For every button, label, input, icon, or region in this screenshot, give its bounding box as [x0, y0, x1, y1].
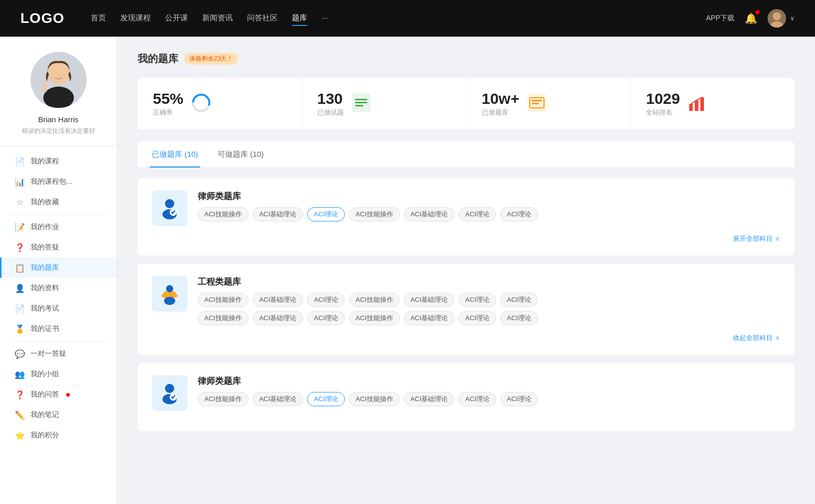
stat-rank: 1029 全站排名	[631, 78, 795, 129]
tab-available-banks[interactable]: 可做题库 (10)	[215, 142, 266, 167]
main-layout: Brian Harris 错误的决定比没有决定要好 📄 我的课程 📊 我的课程包…	[0, 37, 815, 504]
tag-2-2[interactable]: ACI理论	[307, 293, 345, 307]
tag-1-5[interactable]: ACI理论	[458, 207, 496, 221]
sidebar-item-notes[interactable]: ✏️ 我的笔记	[0, 405, 117, 425]
stat-done-banks: 10w+ 已做题库	[467, 78, 631, 129]
tag-1-1[interactable]: ACI基础理论	[253, 207, 304, 221]
tag-3-0[interactable]: ACI技能操作	[198, 392, 249, 406]
stat-accuracy: 55% 正确率	[138, 78, 302, 129]
1on1-icon: 💬	[15, 349, 24, 358]
profile-icon: 👤	[15, 284, 24, 293]
bank-info-3: 律师类题库 ACI技能操作 ACI基础理论 ACI理论 ACI技能操作 ACI基…	[198, 375, 780, 406]
tag-2-4[interactable]: ACI基础理论	[404, 293, 455, 307]
nav-more[interactable]: ···	[321, 11, 328, 26]
accuracy-chart-icon	[192, 93, 211, 115]
tab-done-banks[interactable]: 已做题库 (10)	[150, 142, 200, 167]
svg-point-4	[43, 87, 74, 108]
svg-point-25	[165, 384, 174, 393]
chevron-down-icon: ∨	[790, 15, 795, 22]
accuracy-label: 正确率	[153, 108, 173, 116]
bank-title-3: 律师类题库	[198, 375, 780, 387]
bank-tags-1: ACI技能操作 ACI基础理论 ACI理论 ACI技能操作 ACI基础理论 AC…	[198, 207, 780, 221]
tag-2-3[interactable]: ACI技能操作	[349, 293, 400, 307]
tag-2-5[interactable]: ACI理论	[458, 293, 496, 307]
done-b-label: 已做题库	[482, 108, 508, 116]
tag-2r2-2[interactable]: ACI理论	[307, 311, 345, 325]
tag-3-3[interactable]: ACI技能操作	[349, 392, 400, 406]
tag-2r2-6[interactable]: ACI理论	[500, 311, 538, 325]
nav-open-course[interactable]: 公开课	[165, 11, 188, 26]
tag-3-5[interactable]: ACI理论	[458, 392, 496, 406]
nav-discover[interactable]: 发现课程	[120, 11, 151, 26]
certificate-icon: 🏅	[15, 324, 24, 333]
sidebar-item-favorites[interactable]: ☆ 我的收藏	[0, 192, 117, 212]
stat-done-questions: 130 已做试题	[302, 78, 467, 129]
tag-1-0[interactable]: ACI技能操作	[198, 207, 249, 221]
bank-icon: 📋	[15, 263, 24, 272]
svg-rect-18	[700, 97, 704, 111]
notification-bell[interactable]: 🔔	[745, 12, 757, 24]
nav-home[interactable]: 首页	[91, 11, 106, 26]
tag-2-0[interactable]: ACI技能操作	[198, 293, 249, 307]
favorite-icon: ☆	[15, 198, 24, 207]
course-icon: 📄	[15, 157, 24, 166]
bank-tags-3: ACI技能操作 ACI基础理论 ACI理论 ACI技能操作 ACI基础理论 AC…	[198, 392, 780, 406]
sidebar: Brian Harris 错误的决定比没有决定要好 📄 我的课程 📊 我的课程包…	[0, 37, 117, 504]
user-avatar-menu[interactable]: ∨	[768, 9, 795, 27]
sidebar-item-certificate[interactable]: 🏅 我的证书	[0, 319, 117, 339]
bank-engineer-icon	[152, 276, 187, 312]
page-title: 我的题库	[138, 52, 178, 66]
sidebar-item-1on1-qa[interactable]: 💬 一对一答疑	[0, 344, 117, 364]
svg-point-23	[166, 285, 173, 292]
tag-1-6[interactable]: ACI理论	[500, 207, 538, 221]
homework-icon: 📝	[15, 222, 24, 232]
svg-point-19	[165, 199, 174, 208]
sidebar-item-my-course[interactable]: 📄 我的课程	[0, 151, 117, 172]
bank-card-3: 律师类题库 ACI技能操作 ACI基础理论 ACI理论 ACI技能操作 ACI基…	[138, 363, 795, 431]
logo[interactable]: LOGO	[20, 10, 64, 26]
sidebar-item-group[interactable]: 👥 我的小组	[0, 364, 117, 384]
nav-qa[interactable]: 问答社区	[247, 11, 278, 26]
sidebar-item-qa[interactable]: ❓ 我的答疑	[0, 237, 117, 258]
tag-3-6[interactable]: ACI理论	[500, 392, 538, 406]
expand-btn-1[interactable]: 展开全部科目 ∨	[152, 234, 780, 243]
tag-2-6[interactable]: ACI理论	[500, 293, 538, 307]
tag-1-4[interactable]: ACI基础理论	[404, 207, 455, 221]
app-download-btn[interactable]: APP下载	[706, 14, 735, 23]
bank-info-1: 律师类题库 ACI技能操作 ACI基础理论 ACI理论 ACI技能操作 ACI基…	[198, 190, 780, 221]
tag-2r2-5[interactable]: ACI理论	[458, 311, 496, 325]
svg-rect-17	[695, 100, 698, 111]
tag-3-1[interactable]: ACI基础理论	[253, 392, 304, 406]
sidebar-item-my-qa[interactable]: ❓ 我的问答	[0, 384, 117, 405]
tag-3-4[interactable]: ACI基础理论	[404, 392, 455, 406]
tag-1-2[interactable]: ACI理论	[307, 207, 345, 221]
sidebar-item-profile[interactable]: 👤 我的资料	[0, 278, 117, 298]
tag-2r2-0[interactable]: ACI技能操作	[198, 311, 249, 325]
sidebar-item-question-bank[interactable]: 📋 我的题库	[0, 258, 117, 278]
sidebar-menu: 📄 我的课程 📊 我的课程包... ☆ 我的收藏 📝 我的作业 ❓ 我的答疑 �	[0, 146, 117, 451]
my-qa-icon: ❓	[15, 390, 24, 399]
profile-name: Brian Harris	[38, 115, 78, 124]
course-package-icon: 📊	[15, 177, 24, 186]
navbar: LOGO 首页 发现课程 公开课 新闻资讯 问答社区 题库 ··· APP下载 …	[0, 0, 815, 37]
tag-2r2-1[interactable]: ACI基础理论	[253, 311, 304, 325]
nav-bank[interactable]: 题库	[292, 11, 307, 26]
svg-rect-11	[355, 105, 363, 106]
nav-news[interactable]: 新闻资讯	[202, 11, 233, 26]
tag-2r2-4[interactable]: ACI基础理论	[404, 311, 455, 325]
tag-2-1[interactable]: ACI基础理论	[253, 293, 304, 307]
sidebar-item-course-package[interactable]: 📊 我的课程包...	[0, 172, 117, 192]
menu-divider-1	[10, 214, 106, 215]
bank-card-header-1: 律师类题库 ACI技能操作 ACI基础理论 ACI理论 ACI技能操作 ACI基…	[152, 190, 780, 226]
trial-badge: 体验剩余23天！	[184, 53, 238, 65]
tag-1-3[interactable]: ACI技能操作	[349, 207, 400, 221]
sidebar-item-points[interactable]: ⭐ 我的积分	[0, 425, 117, 445]
collapse-btn-2[interactable]: 收起全部科目 ∧	[152, 333, 780, 343]
sidebar-item-exam[interactable]: 📄 我的考试	[0, 298, 117, 319]
tag-3-2[interactable]: ACI理论	[307, 392, 345, 406]
stats-row: 55% 正确率 130 已做试题	[138, 78, 795, 129]
sidebar-item-homework[interactable]: 📝 我的作业	[0, 217, 117, 237]
bank-info-2: 工程类题库 ACI技能操作 ACI基础理论 ACI理论 ACI技能操作 ACI基…	[198, 276, 780, 325]
bank-tags-row2: ACI技能操作 ACI基础理论 ACI理论 ACI技能操作 ACI基础理论 AC…	[198, 311, 780, 325]
tag-2r2-3[interactable]: ACI技能操作	[349, 311, 400, 325]
